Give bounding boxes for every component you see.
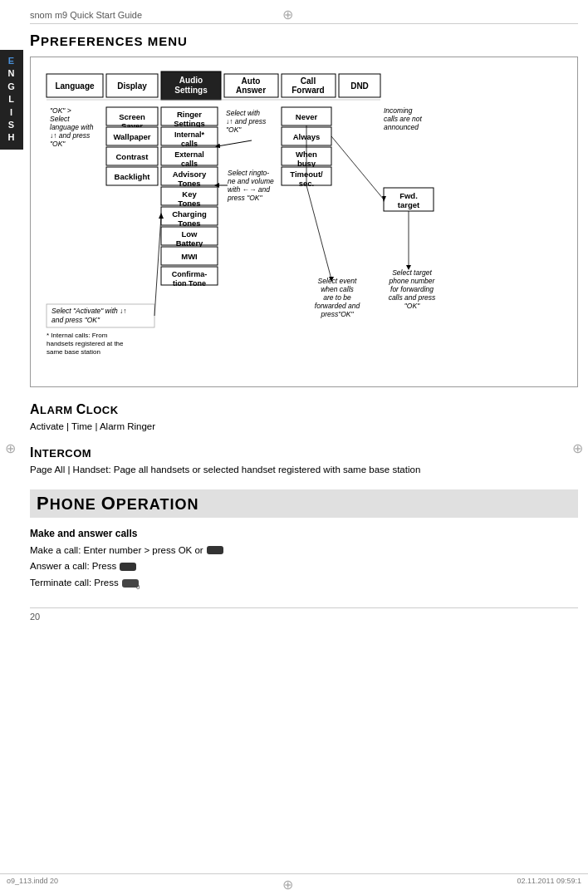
svg-text:Screen: Screen [119, 112, 145, 121]
svg-text:press "OK": press "OK" [227, 194, 262, 202]
svg-text:Select "Activate" with ↓↑: Select "Activate" with ↓↑ [51, 307, 127, 315]
make-call-phone-icon [206, 544, 224, 556]
svg-text:Confirma-: Confirma- [172, 270, 208, 278]
side-tab-letter-h: H [8, 131, 16, 144]
svg-text:Internal*: Internal* [174, 130, 205, 139]
svg-text:* Internal calls:  From: * Internal calls: From [47, 332, 108, 339]
top-compass-icon: ⊕ [282, 7, 293, 22]
alarm-clock-title: Alarm Clock [30, 402, 578, 417]
svg-text:press"OK": press"OK" [320, 310, 354, 318]
svg-line-87 [154, 216, 161, 316]
svg-text:DND: DND [350, 81, 369, 91]
svg-text:announced: announced [384, 123, 419, 131]
svg-text:Key: Key [182, 189, 197, 199]
answer-call-line: Answer a call: Press [30, 558, 578, 575]
svg-text:Tones: Tones [178, 199, 200, 208]
svg-line-103 [306, 185, 331, 279]
answer-call-phone-icon [119, 561, 137, 573]
bottom-bar: o9_113.indd 20 ⊕ 02.11.2011 09:59:1 [0, 873, 588, 895]
svg-text:"OK": "OK" [50, 140, 66, 148]
preferences-diagram: Language Display Audio Settings Auto Ans… [30, 57, 578, 387]
svg-text:same base station: same base station [47, 348, 100, 356]
right-compass-icon: ⊕ [572, 440, 583, 456]
left-compass-icon: ⊕ [5, 440, 16, 456]
svg-text:Settings: Settings [174, 119, 204, 128]
svg-text:Battery: Battery [176, 239, 203, 248]
intercom-body: Page All | Handset: Page all handsets or… [30, 463, 578, 477]
page-footer: 20 [30, 607, 578, 622]
phone-operation-section: Phone Operation Make and answer calls Ma… [30, 489, 578, 592]
svg-text:Select with: Select with [226, 109, 260, 117]
svg-text:Select ringto-: Select ringto- [228, 169, 269, 177]
svg-text:when calls: when calls [321, 285, 354, 293]
side-tab-letter-n: N [8, 67, 16, 80]
preferences-title: PPreferences Menu [30, 32, 578, 50]
svg-text:Auto: Auto [242, 76, 261, 86]
svg-text:tion Tone: tion Tone [173, 279, 206, 288]
bottom-compass-icon: ⊕ [282, 877, 293, 893]
svg-text:MWI: MWI [181, 252, 198, 261]
make-answer-body: Make a call: Enter number > press OK or … [30, 543, 578, 592]
svg-text:and press "OK": and press "OK" [51, 316, 100, 324]
svg-text:with ←→ and: with ←→ and [228, 185, 270, 194]
svg-text:Low: Low [182, 229, 198, 239]
svg-text:forwarded and: forwarded and [315, 302, 360, 310]
side-tab-letter-g: G [7, 81, 16, 93]
svg-text:Select: Select [50, 115, 70, 123]
svg-text:target: target [398, 200, 420, 209]
side-tab-letter-e: E [8, 55, 15, 67]
make-answer-title: Make and answer calls [30, 528, 578, 539]
terminate-call-line: Terminate call: Press 0 [30, 575, 578, 592]
svg-text:Advisory: Advisory [173, 170, 207, 179]
svg-text:Call: Call [301, 76, 316, 86]
alarm-clock-section: Alarm Clock Activate | Time | Alarm Ring… [30, 402, 578, 434]
svg-line-59 [218, 140, 252, 146]
svg-text:External: External [174, 150, 204, 159]
svg-text:Tones: Tones [178, 179, 200, 188]
svg-text:Answer: Answer [236, 86, 266, 95]
svg-text:↓↑ and press: ↓↑ and press [226, 117, 267, 125]
intercom-section: Intercom Page All | Handset: Page all ha… [30, 445, 578, 477]
svg-text:calls and press: calls and press [389, 293, 436, 302]
svg-rect-109 [120, 563, 136, 571]
alarm-clock-body: Activate | Time | Alarm Ringer [30, 420, 578, 434]
svg-text:ne and volume: ne and volume [228, 177, 274, 185]
svg-text:Tones: Tones [178, 219, 200, 228]
terminate-call-phone-icon: 0 [121, 578, 143, 589]
document-header: snom m9 Quick Start Guide [30, 10, 578, 24]
svg-text:Language: Language [55, 81, 95, 91]
bottom-bar-date: 02.11.2011 09:59:1 [517, 877, 581, 893]
make-call-line: Make a call: Enter number > press OK or [30, 543, 578, 559]
svg-line-82 [331, 136, 384, 199]
svg-text:Never: Never [296, 112, 318, 121]
side-tab-letter-i: I [10, 106, 13, 119]
svg-text:are to be: are to be [323, 293, 351, 302]
footer-page-number: 20 [30, 612, 40, 622]
svg-text:for forwarding: for forwarding [390, 285, 434, 293]
svg-text:Select event: Select event [318, 277, 357, 285]
bottom-bar-file: o9_113.indd 20 [7, 877, 58, 893]
svg-text:handsets registered at the: handsets registered at the [47, 340, 124, 347]
make-answer-section: Make and answer calls Make a call: Enter… [30, 528, 578, 592]
svg-text:0: 0 [136, 583, 140, 589]
svg-text:↓↑  and press: ↓↑ and press [50, 131, 91, 140]
svg-text:"OK": "OK" [226, 125, 242, 134]
side-tab-letter-s: S [8, 119, 15, 131]
svg-text:Backlight: Backlight [115, 172, 151, 181]
svg-text:language with: language with [50, 123, 94, 131]
svg-text:"OK": "OK" [404, 302, 420, 310]
svg-text:Settings: Settings [174, 86, 208, 95]
svg-text:calls are not: calls are not [384, 115, 422, 123]
side-tab: E N G L I S H [0, 50, 23, 150]
svg-text:Select target: Select target [392, 268, 432, 277]
svg-text:Fwd.: Fwd. [399, 191, 418, 200]
preferences-section: PPreferences Menu Language Display Audio… [30, 32, 578, 387]
preferences-diagram-svg: Language Display Audio Settings Auto Ans… [37, 67, 571, 375]
svg-text:Forward: Forward [292, 86, 324, 95]
svg-text:Ringer: Ringer [177, 110, 202, 119]
svg-text:Contrast: Contrast [115, 152, 149, 161]
phone-operation-title: Phone Operation [30, 489, 578, 518]
svg-text:Audio: Audio [179, 76, 203, 85]
svg-text:Incoming: Incoming [384, 106, 413, 115]
svg-rect-108 [207, 546, 223, 554]
